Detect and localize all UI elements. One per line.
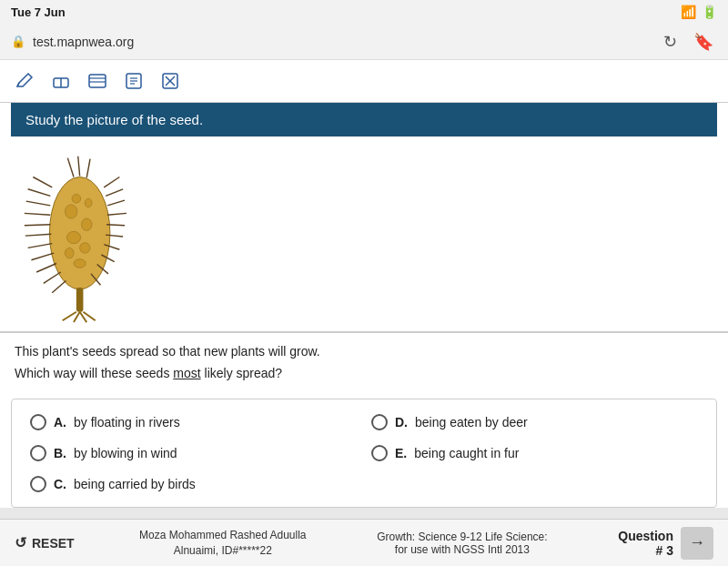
svg-line-36 [106, 225, 125, 226]
reset-icon: ↺ [15, 534, 26, 551]
svg-point-16 [80, 243, 90, 253]
answer-label-d: D. [395, 415, 408, 430]
svg-line-27 [28, 244, 53, 248]
svg-line-46 [63, 312, 76, 321]
status-icons: 📶 🔋 [681, 5, 717, 19]
svg-line-28 [31, 253, 54, 260]
svg-point-14 [82, 218, 92, 230]
seed-image [15, 151, 133, 324]
answer-text-d: being eaten by deer [415, 415, 528, 430]
toolbar [0, 60, 728, 103]
course-info-text: Growth: Science 9-12 Life Science: for u… [377, 531, 547, 556]
answer-label-b: B. [54, 446, 66, 460]
svg-point-12 [49, 177, 110, 290]
seed-image-area [0, 136, 728, 331]
svg-point-13 [66, 205, 77, 218]
svg-line-23 [26, 201, 51, 206]
svg-point-20 [85, 198, 92, 207]
footer-center: Moza Mohammed Rashed Aduulla Alnuaimi, I… [139, 528, 306, 559]
svg-line-33 [106, 189, 123, 197]
wifi-icon: 📶 [681, 5, 696, 19]
radio-d[interactable] [371, 414, 388, 430]
pencil-tool[interactable] [11, 67, 38, 95]
svg-point-17 [66, 248, 75, 258]
question-header: Study the picture of the seed. [11, 103, 717, 136]
answer-label-a: A. [54, 415, 66, 430]
svg-line-31 [52, 281, 66, 293]
question-text-area: This plant's seeds spread so that new pl… [0, 332, 728, 399]
eraser-tool[interactable] [47, 67, 75, 95]
course-info: Growth: Science 9-12 Life Science: for u… [371, 531, 553, 556]
url-display: test.mapnwea.org [33, 35, 652, 49]
svg-line-30 [44, 272, 61, 283]
main-content: Study the picture of the seed. [0, 60, 728, 508]
svg-point-19 [72, 195, 81, 204]
answer-choice-b[interactable]: B. by blowing in wind [23, 441, 364, 465]
footer-right: Question # 3 → [618, 527, 713, 560]
radio-e[interactable] [371, 445, 388, 461]
svg-point-15 [66, 231, 80, 243]
answer-text-c: being carried by birds [74, 477, 196, 491]
status-time: Tue 7 Jun [11, 5, 66, 19]
question-prompt: Which way will these seeds most likely s… [15, 366, 713, 380]
answer-label-c: C. [54, 477, 66, 491]
svg-line-25 [25, 225, 50, 226]
answer-text-b: by blowing in wind [74, 446, 177, 460]
answer-text-a: by floating in rivers [74, 415, 180, 430]
svg-rect-45 [76, 288, 84, 312]
student-id: Alnuaimi, ID#*****22 [139, 543, 306, 559]
question-num-value: # 3 [618, 543, 673, 558]
answer-text-e: being caught in fur [414, 446, 519, 460]
answer-choice-e[interactable]: E. being caught in fur [364, 441, 705, 465]
radio-b[interactable] [30, 445, 46, 461]
svg-line-21 [33, 177, 52, 187]
answer-label-e: E. [395, 446, 407, 460]
reset-label: RESET [32, 536, 75, 551]
next-button[interactable]: → [681, 527, 713, 560]
svg-rect-2 [89, 75, 106, 87]
refresh-button[interactable]: ↻ [660, 32, 681, 52]
question-number: Question # 3 [618, 529, 673, 558]
question-statement: This plant's seeds spread so that new pl… [15, 337, 713, 359]
svg-line-35 [107, 213, 126, 215]
svg-line-26 [25, 234, 52, 236]
notes-tool[interactable] [120, 67, 147, 95]
browser-actions: ↻ 🔖 [660, 32, 717, 52]
svg-line-22 [28, 189, 51, 197]
reset-button[interactable]: ↺ RESET [15, 534, 75, 551]
highlight-tool[interactable] [84, 67, 111, 95]
answer-choices: A. by floating in rivers D. being eaten … [11, 399, 717, 508]
battery-icon: 🔋 [702, 5, 717, 19]
lock-icon: 🔒 [11, 35, 25, 48]
svg-line-32 [104, 177, 119, 187]
bookmark-button[interactable]: 🔖 [690, 32, 717, 52]
eliminate-tool[interactable] [157, 67, 184, 95]
svg-line-29 [36, 264, 56, 273]
status-bar: Tue 7 Jun 📶 🔋 [0, 0, 728, 24]
svg-line-34 [107, 200, 125, 206]
answer-choice-a[interactable]: A. by floating in rivers [23, 410, 364, 434]
footer-bar: ↺ RESET Moza Mohammed Rashed Aduulla Aln… [0, 519, 728, 566]
svg-point-18 [74, 259, 86, 268]
answer-choice-c[interactable]: C. being carried by birds [23, 472, 364, 496]
browser-bar: 🔒 test.mapnwea.org ↻ 🔖 [0, 24, 728, 60]
student-name: Moza Mohammed Rashed Aduulla [139, 528, 306, 543]
svg-line-42 [67, 158, 74, 177]
svg-line-24 [25, 213, 50, 215]
radio-c[interactable] [30, 476, 46, 492]
svg-line-44 [86, 159, 90, 178]
radio-a[interactable] [30, 414, 46, 430]
question-label: Question [618, 529, 673, 543]
question-header-text: Study the picture of the seed. [25, 112, 203, 127]
svg-line-43 [78, 157, 80, 177]
answer-choice-d[interactable]: D. being eaten by deer [364, 410, 705, 434]
